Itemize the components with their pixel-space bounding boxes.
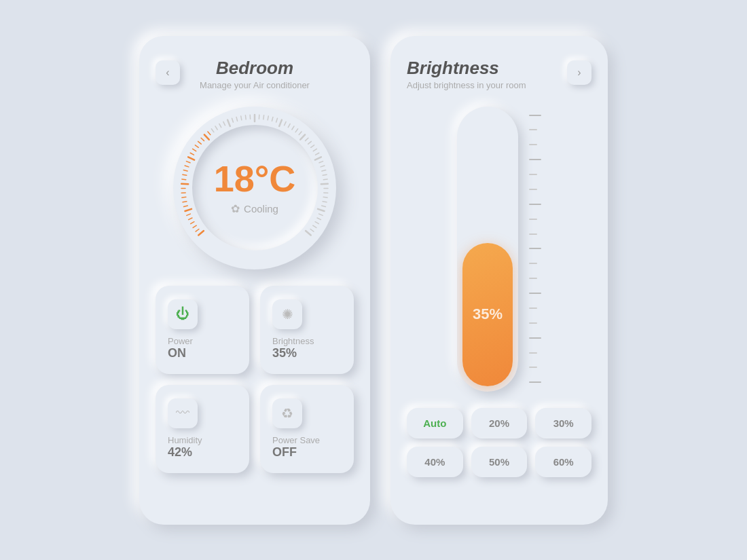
tick bbox=[529, 159, 541, 160]
room-subtitle: Manage your Air conditioner bbox=[180, 80, 329, 90]
svg-line-46 bbox=[295, 128, 298, 132]
svg-line-69 bbox=[315, 221, 318, 223]
left-panel: ‹ Bedroom Manage your Air conditioner 18… bbox=[139, 36, 370, 525]
humidity-control[interactable]: 〰 Humidity 42% bbox=[156, 385, 249, 473]
brightness-icon: ✺ bbox=[282, 306, 293, 322]
tick bbox=[529, 367, 537, 368]
svg-line-64 bbox=[323, 201, 327, 202]
brightness-control[interactable]: ✺ Brightness 35% bbox=[260, 286, 354, 374]
svg-line-30 bbox=[227, 119, 230, 126]
tick bbox=[529, 248, 541, 249]
svg-line-12 bbox=[181, 183, 188, 184]
svg-line-70 bbox=[313, 225, 316, 227]
svg-line-71 bbox=[310, 229, 314, 231]
svg-line-14 bbox=[183, 174, 187, 175]
svg-line-8 bbox=[183, 201, 187, 202]
svg-line-15 bbox=[183, 170, 187, 170]
svg-line-41 bbox=[276, 118, 278, 122]
brightness-title: Brightness bbox=[407, 58, 567, 79]
svg-line-28 bbox=[219, 124, 221, 127]
svg-line-17 bbox=[186, 161, 190, 162]
svg-line-65 bbox=[322, 205, 326, 206]
humidity-icon-wrap: 〰 bbox=[168, 398, 198, 428]
right-header: Brightness Adjust brightness in your roo… bbox=[407, 58, 591, 90]
svg-line-19 bbox=[190, 153, 194, 155]
slider-value: 35% bbox=[473, 305, 503, 323]
preset-50[interactable]: 50% bbox=[471, 447, 528, 477]
svg-line-43 bbox=[285, 122, 287, 125]
power-value: ON bbox=[168, 346, 237, 360]
svg-line-72 bbox=[306, 230, 311, 234]
temperature-mode: ✿ Cooling bbox=[231, 202, 278, 215]
power-control[interactable]: ⏻ Power ON bbox=[156, 286, 249, 374]
svg-line-16 bbox=[185, 166, 189, 167]
svg-line-42 bbox=[279, 119, 282, 126]
svg-line-21 bbox=[195, 145, 198, 147]
svg-line-7 bbox=[184, 205, 188, 206]
room-title: Bedroom bbox=[180, 58, 329, 79]
svg-line-33 bbox=[241, 115, 242, 119]
tick-marks bbox=[529, 107, 541, 392]
tick bbox=[529, 129, 537, 130]
svg-line-0 bbox=[198, 230, 204, 234]
powersave-icon-wrap: ♻ bbox=[272, 398, 302, 428]
svg-line-48 bbox=[300, 134, 305, 139]
preset-auto[interactable]: Auto bbox=[407, 408, 463, 438]
powersave-icon: ♻ bbox=[281, 405, 293, 422]
preset-60[interactable]: 60% bbox=[535, 447, 591, 477]
svg-line-60 bbox=[321, 183, 328, 184]
svg-line-9 bbox=[182, 197, 186, 198]
svg-line-51 bbox=[311, 145, 314, 147]
humidity-label: Humidity bbox=[168, 435, 237, 445]
svg-line-18 bbox=[188, 157, 194, 160]
svg-line-68 bbox=[317, 218, 321, 220]
tick bbox=[529, 278, 537, 279]
svg-line-59 bbox=[323, 179, 327, 179]
svg-line-27 bbox=[215, 126, 217, 129]
svg-line-52 bbox=[313, 149, 316, 151]
brightness-label: Brightness bbox=[272, 336, 342, 346]
powersave-control[interactable]: ♻ Power Save OFF bbox=[260, 385, 354, 473]
brightness-icon-wrap: ✺ bbox=[272, 299, 302, 329]
right-header-text: Brightness Adjust brightness in your roo… bbox=[407, 58, 567, 90]
preset-40[interactable]: 40% bbox=[407, 447, 463, 477]
svg-line-66 bbox=[318, 208, 324, 210]
dial-inner-circle: 18°C ✿ Cooling bbox=[192, 125, 318, 250]
tick bbox=[529, 189, 537, 190]
svg-line-32 bbox=[236, 117, 237, 121]
humidity-value: 42% bbox=[168, 445, 237, 460]
svg-line-39 bbox=[268, 115, 268, 119]
next-button[interactable]: › bbox=[567, 60, 591, 85]
controls-grid: ⏻ Power ON ✺ Brightness 35% 〰 Humidity bbox=[156, 286, 354, 473]
svg-line-23 bbox=[201, 138, 204, 141]
header-text: Bedroom Manage your Air conditioner bbox=[180, 58, 329, 90]
svg-line-54 bbox=[315, 157, 321, 160]
tick bbox=[529, 219, 537, 220]
svg-line-5 bbox=[187, 214, 191, 215]
svg-line-53 bbox=[316, 153, 319, 155]
temperature-dial[interactable]: 18°C ✿ Cooling bbox=[173, 107, 336, 269]
preset-20[interactable]: 20% bbox=[471, 408, 528, 438]
tick bbox=[529, 322, 537, 324]
power-icon-wrap: ⏻ bbox=[168, 299, 198, 329]
svg-line-29 bbox=[223, 122, 225, 125]
tick bbox=[529, 234, 537, 235]
tick bbox=[529, 115, 541, 116]
svg-line-1 bbox=[196, 229, 199, 231]
slider-track[interactable]: 35% bbox=[457, 107, 518, 392]
back-button[interactable]: ‹ bbox=[156, 60, 180, 85]
preset-30[interactable]: 30% bbox=[535, 408, 591, 438]
right-panel: Brightness Adjust brightness in your roo… bbox=[390, 36, 608, 525]
brightness-slider-area: 35% bbox=[407, 107, 591, 392]
brightness-subtitle: Adjust brightness in your room bbox=[407, 80, 567, 90]
svg-line-50 bbox=[308, 141, 312, 144]
svg-line-13 bbox=[182, 179, 186, 179]
powersave-value: OFF bbox=[272, 445, 342, 460]
svg-line-26 bbox=[211, 128, 214, 132]
svg-line-45 bbox=[292, 126, 294, 129]
svg-line-25 bbox=[208, 131, 211, 134]
svg-line-22 bbox=[198, 141, 202, 144]
svg-line-24 bbox=[204, 134, 209, 139]
left-header: ‹ Bedroom Manage your Air conditioner bbox=[156, 58, 354, 90]
svg-line-2 bbox=[193, 225, 196, 227]
